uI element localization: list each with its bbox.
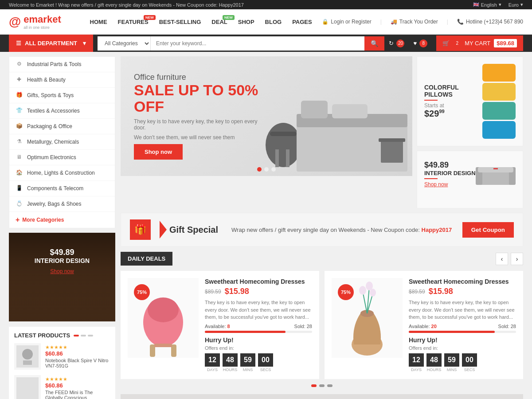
deals-next-button[interactable]: › xyxy=(511,253,523,265)
svg-point-33 xyxy=(359,286,366,295)
monitor-icon: 🖥 xyxy=(16,154,23,161)
svg-rect-15 xyxy=(332,104,368,118)
login-button[interactable]: 🔒 Login or Register xyxy=(322,19,371,25)
header: @ emarket all in one store HOME FEATURES… xyxy=(0,9,532,35)
sidebar-item-electronics[interactable]: 🖥 Optimum Electronics xyxy=(9,150,115,165)
deal-dot-1[interactable] xyxy=(311,384,317,387)
main-nav: HOME FEATURES NEW BEST-SELLING DEAL NEW … xyxy=(89,19,313,25)
health-icon: ✚ xyxy=(16,76,23,83)
dot-active[interactable] xyxy=(74,335,79,336)
sidebar-menu: ⚙ Industrial Parts & Tools ✚ Health & Be… xyxy=(9,56,115,228)
gift-icon: 🎁 xyxy=(16,92,23,99)
gift-title: Gift Special xyxy=(169,225,218,235)
dot-3[interactable] xyxy=(88,335,93,336)
sidebar: ⚙ Industrial Parts & Tools ✚ Health & Be… xyxy=(9,56,115,399)
dot-2[interactable] xyxy=(81,335,86,336)
svg-rect-17 xyxy=(379,138,405,142)
deals-prev-button[interactable]: ‹ xyxy=(496,253,508,265)
cart-button[interactable]: 🛒 2 MY CART $89.68 xyxy=(436,35,523,51)
interior-shop-link[interactable]: Shop now xyxy=(424,181,448,188)
hero-text: Office furniture SALE UP TO 50% OFF They… xyxy=(134,73,267,160)
latest-products-title: LATEST PRODUCTS xyxy=(14,332,110,339)
sidebar-item-industrial[interactable]: ⚙ Industrial Parts & Tools xyxy=(9,57,115,72)
stars-1: ★★★★★ xyxy=(45,344,110,350)
search-bar: All Categories 🔍 xyxy=(98,36,384,51)
stars-2: ★★★★★ xyxy=(45,376,110,382)
wishlist-button[interactable]: ♥ 8 xyxy=(413,39,427,47)
track-order-button[interactable]: 🚚 Track You Order xyxy=(391,19,438,25)
deal-availability-2: Available: 20 Sold: 28 xyxy=(409,324,516,329)
deal-dot-2[interactable] xyxy=(319,384,325,387)
hero-dot-1[interactable] xyxy=(257,167,262,172)
sidebar-item-home[interactable]: 🏠 Home, Lights & Construction xyxy=(9,165,115,181)
product-mini-img-1 xyxy=(14,343,41,370)
sidebar-item-packaging[interactable]: 📦 Packaging & Office xyxy=(9,119,115,134)
sidebar-item-health[interactable]: ✚ Health & Beauty xyxy=(9,72,115,88)
deal-dot-3[interactable] xyxy=(327,384,332,387)
side-banners: COLORFUL PILLOWS Starts at $2999 xyxy=(417,56,523,208)
svg-rect-27 xyxy=(154,344,172,347)
nav-shop[interactable]: SHOP xyxy=(238,19,254,25)
sidebar-item-metallurgy[interactable]: ⚗ Metallurgy, Chemicals xyxy=(9,134,115,150)
language-selector[interactable]: 🇬🇧 English ▾ xyxy=(473,2,501,8)
toolbar-right: ↻ 20 ♥ 8 🛒 2 MY CART $89.68 xyxy=(389,35,523,51)
sidebar-promo: $49.89 INTERIOR DESIGN Shop now xyxy=(9,233,115,321)
logo: @ emarket all in one store xyxy=(9,14,80,30)
nav-blog[interactable]: BLOG xyxy=(265,19,282,25)
deal-name-1: Sweetheart Homecoming Dresses xyxy=(205,278,312,285)
sidebar-item-components[interactable]: 📱 Components & Telecom xyxy=(9,181,115,196)
get-coupon-button[interactable]: Get Coupon xyxy=(462,222,514,238)
deal-desc-1: They key is to have every key, the key t… xyxy=(205,299,312,321)
nav-pages[interactable]: PAGES xyxy=(292,19,312,25)
cart-price: $89.68 xyxy=(494,39,517,47)
more-categories-button[interactable]: + More Categories xyxy=(9,212,115,228)
nav-deal[interactable]: DEAL NEW xyxy=(211,19,227,25)
timer-days-1: 12 xyxy=(205,353,220,367)
sidebar-item-jewelry[interactable]: 💍 Jewelry, Bags & Shoes xyxy=(9,196,115,212)
hero-dot-3[interactable] xyxy=(271,167,276,172)
nav-features[interactable]: FEATURES NEW xyxy=(118,19,149,25)
sidebar-promo-link[interactable]: Shop now xyxy=(50,268,74,274)
plus-icon: + xyxy=(16,216,20,224)
svg-rect-9 xyxy=(270,132,297,136)
progress-fill-1 xyxy=(205,331,286,333)
daily-deals-title: DAILY DEALS xyxy=(121,252,172,266)
refresh-button[interactable]: ↻ 20 xyxy=(389,39,404,47)
divider2 xyxy=(424,178,438,179)
hotline: 📞 Hotline (+123)4 567 890 xyxy=(457,19,523,25)
svg-rect-2 xyxy=(23,360,32,365)
features-badge: NEW xyxy=(144,15,156,20)
deal-price-1: $15.98 xyxy=(225,287,249,296)
search-input[interactable] xyxy=(151,36,364,51)
hero-desc1: They key is to have every key, the key t… xyxy=(134,118,267,131)
search-button[interactable]: 🔍 xyxy=(364,36,384,51)
sidebar-item-textiles[interactable]: 👕 Textiles & Accessories xyxy=(9,103,115,119)
pillows-title: COLORFUL PILLOWS xyxy=(424,84,482,98)
currency-selector[interactable]: Euro ▾ xyxy=(509,2,523,8)
product-mini-info-1: ★★★★★ $60.86 Notebook Black Spire V Nitr… xyxy=(45,344,110,368)
interior-info: $49.89 INTERIOR DESIGN Shop now xyxy=(424,160,476,188)
nav-home[interactable]: HOME xyxy=(90,19,107,25)
hero-banner: Office furniture SALE UP TO 50% OFF They… xyxy=(121,56,412,176)
offers-end-2: Offers end in: xyxy=(409,345,516,351)
nav-bestselling[interactable]: BEST-SELLING xyxy=(159,19,201,25)
menu-icon: ☰ xyxy=(16,40,21,47)
hero-dot-2[interactable] xyxy=(264,167,269,172)
category-select[interactable]: All Categories xyxy=(98,36,151,51)
announcement: Welcome to Emarket ! Wrap new offers / g… xyxy=(9,2,244,8)
logo-sub: all in one store xyxy=(23,25,61,30)
hero-shop-button[interactable]: Shop now xyxy=(134,144,183,160)
timer-mins-1: 59 xyxy=(240,353,255,367)
bottom-banner: WEEKLY SPECIAL OFFERS 75% OFF Jacquard W… xyxy=(121,394,523,399)
deal-card-2: 75% xyxy=(325,271,523,379)
deal-desc-2: They key is to have every key, the key t… xyxy=(409,299,516,321)
timer-2: 12 DAYS 48 HOURS 59 MINS 00 xyxy=(409,353,516,372)
svg-rect-11 xyxy=(286,149,289,167)
svg-point-35 xyxy=(370,289,376,297)
deal-price-2: $15.98 xyxy=(429,287,453,296)
product-mini-info-2: ★★★★★ $60.86 The FEED Mini is The Global… xyxy=(45,376,110,399)
sidebar-item-gifts[interactable]: 🎁 Gifts, Sports & Toys xyxy=(9,88,115,103)
deal-pagination xyxy=(121,384,523,387)
all-department-button[interactable]: ☰ ALL DEPARTMENT ▾ xyxy=(9,35,93,52)
deal-info-2: Sweetheart Homecoming Dresses $89.59 $15… xyxy=(409,278,516,372)
